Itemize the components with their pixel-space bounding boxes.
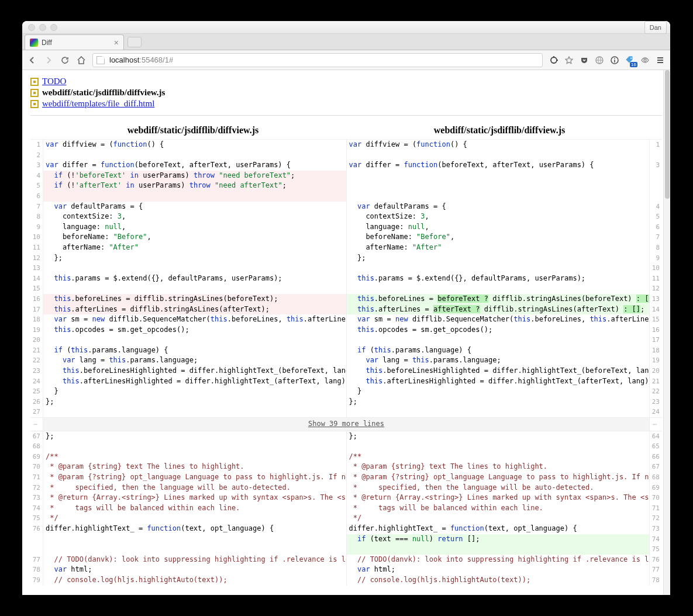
- line-number-left: 68: [30, 441, 43, 452]
- line-number-right: 73: [649, 524, 662, 534]
- diff-row: 3var differ = function(beforeText, after…: [30, 160, 662, 171]
- window-minimize-icon[interactable]: [39, 24, 46, 31]
- diff-row: 26};};23: [30, 397, 662, 407]
- new-tab-button[interactable]: [127, 37, 142, 47]
- svg-point-0: [551, 57, 557, 63]
- info-icon[interactable]: [609, 55, 620, 65]
- line-number-right: 66: [649, 452, 662, 462]
- code-left: };: [43, 397, 347, 407]
- diff-table-bottom: 67};};64686569/**/**6670 * @param {strin…: [30, 431, 662, 586]
- diff-row: 73 * @return {Array.<string>} Lines mark…: [30, 493, 662, 503]
- line-number-left: 69: [30, 452, 43, 462]
- line-number-right: [649, 181, 662, 191]
- code-left: };: [43, 253, 347, 264]
- diff-row: 74 * tags will be balanced within each l…: [30, 503, 662, 514]
- line-number-right: 22: [649, 386, 662, 397]
- window-close-icon[interactable]: [28, 24, 35, 31]
- code-left: * @param {string} text The lines to high…: [43, 462, 347, 472]
- line-number-left: 11: [30, 243, 43, 253]
- code-left: */: [43, 513, 347, 524]
- code-left: // console.log(hljs.highlightAuto(text))…: [43, 575, 347, 586]
- tab-close-icon[interactable]: ×: [114, 38, 119, 47]
- ext-reload-icon[interactable]: [549, 55, 559, 65]
- home-button[interactable]: [76, 55, 87, 65]
- code-right: // TODO(danvk): look into suppressing hi…: [347, 555, 650, 565]
- line-number-right: 71: [649, 503, 662, 514]
- line-number-right: 3: [649, 160, 662, 171]
- tab-diff[interactable]: Diff ×: [25, 34, 124, 50]
- line-number-right: 16: [649, 325, 662, 335]
- code-left: if (!'beforeText' in userParams) throw "…: [43, 171, 347, 181]
- line-number-right: 65: [649, 441, 662, 452]
- code-right: [347, 191, 650, 202]
- ext-globe-icon[interactable]: [594, 55, 605, 65]
- reload-button[interactable]: [60, 55, 70, 65]
- pocket-icon[interactable]: [579, 55, 589, 65]
- diff-row: 2017: [30, 335, 662, 345]
- code-left: [43, 150, 347, 161]
- skip-dots-right: …: [649, 418, 662, 431]
- line-number-right: 74: [649, 534, 662, 545]
- code-left: * tags will be balanced within each line…: [43, 503, 347, 514]
- diff-row: 78 var html; var html;77: [30, 565, 662, 575]
- ext-badge-count: 16: [630, 62, 637, 67]
- forward-button[interactable]: [43, 55, 54, 65]
- code-right: /**: [347, 452, 650, 462]
- line-number-right: 6: [649, 222, 662, 233]
- diff-row: 79 // console.log(hljs.highlightAuto(tex…: [30, 575, 662, 586]
- code-left: var diffview = (function() {: [43, 140, 347, 150]
- diff-row: 14 this.params = $.extend({}, defaultPar…: [30, 274, 662, 284]
- code-right: }: [347, 386, 650, 397]
- line-number-right: 12: [649, 283, 662, 294]
- show-more-link[interactable]: Show 39 more lines: [308, 420, 384, 428]
- ext-tag-icon[interactable]: 16: [625, 55, 635, 65]
- url-path: :55468/1#: [139, 56, 173, 64]
- scrollbar-thumb[interactable]: [665, 70, 670, 199]
- profile-chip[interactable]: Dan: [644, 21, 667, 34]
- code-left: if (!'afterText' in userParams) throw "n…: [43, 181, 347, 191]
- code-left: * @return {Array.<string>} Lines marked …: [43, 493, 347, 503]
- code-left: [43, 441, 347, 452]
- diff-row: 25 } }22: [30, 386, 662, 397]
- line-number-left: 24: [30, 376, 43, 387]
- code-right: var diffview = (function() {: [347, 140, 650, 150]
- menu-icon[interactable]: [655, 55, 666, 65]
- file-list-label[interactable]: webdiff/templates/file_diff.html: [42, 98, 154, 109]
- diff-row: 10 beforeName: "Before", beforeName: "Be…: [30, 232, 662, 243]
- scrollbar[interactable]: [663, 70, 670, 595]
- code-right: };: [347, 397, 650, 407]
- address-bar[interactable]: localhost:55468/1#: [92, 53, 543, 67]
- line-number-right: 18: [649, 345, 662, 356]
- line-number-left: 18: [30, 314, 43, 325]
- code-right: * tags will be balanced within each line…: [347, 503, 650, 514]
- file-list-label[interactable]: TODO: [42, 76, 66, 87]
- line-number-left: 22: [30, 355, 43, 366]
- code-right: contextSize: 3,: [347, 212, 650, 222]
- code-left: }: [43, 386, 347, 397]
- favicon-icon: [30, 39, 38, 47]
- line-number-left: 72: [30, 483, 43, 493]
- line-number-right: 72: [649, 513, 662, 524]
- tab-title: Diff: [42, 39, 52, 47]
- line-number-left: 27: [30, 407, 43, 417]
- ext-eye-icon[interactable]: [640, 55, 650, 65]
- back-button[interactable]: [27, 55, 37, 65]
- line-number-right: 10: [649, 263, 662, 274]
- line-number-left: [30, 534, 43, 545]
- code-left: /**: [43, 452, 347, 462]
- code-left: if (this.params.language) {: [43, 345, 347, 356]
- code-left: [43, 534, 347, 545]
- code-left: * specified, then the language will be a…: [43, 483, 347, 493]
- line-number-right: [649, 171, 662, 181]
- browser-window: Dan Diff ×: [22, 21, 670, 595]
- diff-row: 71 * @param {?string} opt_language Langu…: [30, 472, 662, 483]
- code-right: var html;: [347, 565, 650, 575]
- code-right: [347, 150, 650, 161]
- bookmark-star-icon[interactable]: [564, 55, 574, 65]
- window-zoom-icon[interactable]: [50, 24, 57, 31]
- line-number-left: 21: [30, 345, 43, 356]
- code-left: [43, 544, 347, 555]
- code-left: this.beforeLines = difflib.stringAsLines…: [43, 294, 347, 304]
- code-left: this.afterLinesHighlighted = differ.high…: [43, 376, 347, 387]
- line-number-right: 17: [649, 335, 662, 345]
